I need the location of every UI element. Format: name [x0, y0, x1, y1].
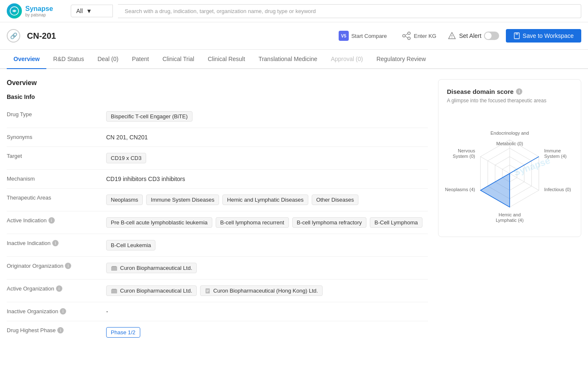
tag-drug-type: Bispecific T-cell Engager (BiTE) [106, 111, 192, 122]
org-building-icon [111, 266, 118, 271]
field-active-indication: Active Indication i Pre B-cell acute lym… [7, 213, 428, 232]
score-info-icon[interactable]: i [516, 88, 522, 95]
active-org-info-icon[interactable]: i [56, 285, 62, 292]
alert-icon [447, 32, 457, 40]
tab-overview[interactable]: Overview [7, 50, 46, 69]
svg-line-4 [405, 34, 408, 35]
value-target: CD19 x CD3 [106, 153, 428, 163]
field-synonyms: Synonyms CN 201, CN201 [7, 130, 428, 145]
svg-text:System (0): System (0) [453, 154, 475, 159]
org-doc-icon [205, 288, 211, 294]
search-input[interactable]: Search with a drug, indication, target, … [118, 4, 581, 18]
save-to-workspace-button[interactable]: Save to Workspace [506, 29, 581, 43]
active-indication-info-icon[interactable]: i [48, 217, 55, 224]
logo-sub: by patsnap [25, 13, 53, 17]
enter-kg-button[interactable]: Enter KG [398, 29, 440, 43]
tag-phase: Phase 1/2 [106, 327, 140, 338]
set-alert-toggle[interactable]: Set Alert [447, 32, 499, 40]
field-originator-org: Originator Organization i Curon Biopharm… [7, 258, 428, 277]
inactive-org-info-icon[interactable]: i [60, 308, 66, 314]
radar-svg: Endocrinology and Metabolic (0) Immune S… [446, 115, 573, 224]
logo: Synapse by patsnap [7, 3, 66, 19]
text-mechanism: CD19 inhibitors CD3 inhibitors [106, 176, 185, 182]
label-inactive-org: Inactive Organization i [7, 308, 99, 314]
svg-rect-11 [112, 266, 116, 267]
content-area: Overview Basic Info Drug Type Bispecific… [0, 69, 588, 352]
value-active-org: Curon Biopharmaceutical Ltd. Curon Bioph… [106, 285, 428, 296]
tag-other-diseases: Other Diseases [312, 194, 359, 205]
label-active-indication: Active Indication i [7, 217, 99, 224]
svg-point-3 [408, 37, 410, 40]
search-category-label: All [76, 8, 83, 14]
tab-deal[interactable]: Deal (0) [91, 50, 125, 69]
svg-text:Immune: Immune [544, 148, 561, 153]
tab-clinical-trial[interactable]: Clinical Trial [156, 50, 201, 69]
value-inactive-org: - [106, 308, 428, 315]
svg-text:Hemic and: Hemic and [499, 212, 521, 217]
tab-regulatory-review[interactable]: Regulatory Review [370, 50, 433, 69]
field-target: Target CD19 x CD3 [7, 149, 428, 168]
kg-icon [402, 31, 411, 40]
save-label: Save to Workspace [523, 32, 574, 39]
label-originator-org: Originator Organization i [7, 263, 99, 269]
side-panel: Disease domain score i A glimpse into th… [438, 79, 581, 342]
compare-icon: V5 [339, 31, 349, 41]
svg-text:Infectious (0): Infectious (0) [544, 187, 571, 192]
value-mechanism: CD19 inhibitors CD3 inhibitors [106, 176, 428, 182]
inactive-indication-info-icon[interactable]: i [52, 240, 59, 246]
alert-toggle-switch[interactable] [484, 32, 499, 40]
logo-text: Synapse by patsnap [25, 5, 53, 17]
nav-tabs: Overview R&D Status Deal (0) Patent Clin… [0, 50, 588, 69]
drug-actions: V5 Start Compare Enter KG Set Alert [334, 28, 581, 43]
tag-pre-b-cell: Pre B-cell acute lymphoblastic leukemia [106, 217, 212, 228]
svg-text:Lymphatic (4): Lymphatic (4) [496, 218, 524, 223]
start-compare-button[interactable]: V5 Start Compare [334, 28, 391, 43]
value-drug-type: Bispecific T-cell Engager (BiTE) [106, 111, 428, 122]
tab-clinical-result[interactable]: Clinical Result [201, 50, 252, 69]
dropdown-arrow-icon: ▼ [86, 8, 92, 14]
tag-target: CD19 x CD3 [106, 153, 146, 163]
toggle-knob [485, 32, 492, 39]
svg-point-7 [452, 37, 452, 38]
tab-translational-medicine[interactable]: Translational Medicine [252, 50, 324, 69]
label-mechanism: Mechanism [7, 176, 99, 182]
kg-label: Enter KG [414, 33, 436, 39]
score-card-subtitle: A glimpse into the focused therapeutic a… [447, 98, 572, 104]
svg-point-2 [408, 32, 410, 35]
field-drug-highest-phase: Drug Highest Phase i Phase 1/2 [7, 323, 428, 342]
field-therapeutic-areas: Therapeutic Areas Neoplasms Immune Syste… [7, 190, 428, 209]
drug-header: 🔗 CN-201 V5 Start Compare Enter KG Set A… [0, 22, 588, 50]
tag-neoplasms: Neoplasms [106, 194, 143, 205]
svg-rect-13 [112, 289, 116, 290]
drug-phase-info-icon[interactable]: i [57, 327, 64, 333]
svg-text:Neoplasms (4): Neoplasms (4) [445, 187, 475, 192]
originator-org-info-icon[interactable]: i [65, 263, 71, 269]
tab-approval: Approval (0) [324, 50, 369, 69]
label-active-org: Active Organization i [7, 285, 99, 292]
tag-b-cell-lymphoma-recurrent: B-cell lymphoma recurrent [216, 217, 289, 228]
label-synonyms: Synonyms [7, 134, 99, 140]
alert-label: Set Alert [459, 32, 481, 39]
label-therapeutic-areas: Therapeutic Areas [7, 194, 99, 201]
search-category-dropdown[interactable]: All ▼ [71, 5, 113, 17]
subsection-basic-info: Basic Info [7, 93, 428, 100]
radar-chart: Endocrinology and Metabolic (0) Immune S… [447, 110, 572, 228]
value-active-indication: Pre B-cell acute lymphoblastic leukemia … [106, 217, 428, 228]
org-tag-curon-originator: Curon Biopharmaceutical Ltd. [106, 263, 197, 273]
field-inactive-indication: Inactive Indication i B-Cell Leukemia [7, 236, 428, 255]
label-drug-type: Drug Type [7, 111, 99, 117]
svg-rect-12 [111, 289, 117, 293]
svg-text:Endocrinology and: Endocrinology and [490, 131, 529, 136]
label-target: Target [7, 153, 99, 159]
tab-patent[interactable]: Patent [125, 50, 155, 69]
value-inactive-indication: B-Cell Leukemia [106, 240, 428, 250]
score-card-title: Disease domain score i [447, 88, 572, 95]
tab-rd-status[interactable]: R&D Status [46, 50, 91, 69]
value-drug-highest-phase: Phase 1/2 [106, 327, 428, 338]
text-synonyms: CN 201, CN201 [106, 134, 148, 141]
value-originator-org: Curon Biopharmaceutical Ltd. [106, 263, 428, 273]
tag-b-cell-lymphoma: B-Cell Lymphoma [370, 217, 422, 228]
field-drug-type: Drug Type Bispecific T-cell Engager (BiT… [7, 107, 428, 126]
logo-brand: Synapse [25, 5, 53, 13]
svg-point-1 [403, 35, 405, 37]
